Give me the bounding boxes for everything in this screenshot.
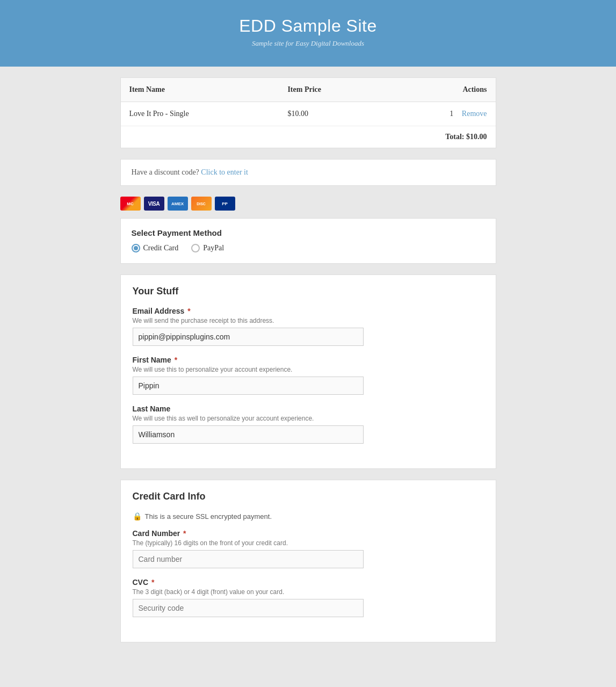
col-actions: Actions	[383, 78, 495, 102]
card-number-input[interactable]	[133, 550, 364, 568]
card-number-field-group: Card Number * The (typically) 16 digits …	[133, 529, 484, 568]
lock-icon: 🔒	[133, 512, 142, 520]
discount-link[interactable]: Click to enter it	[201, 168, 248, 176]
first-name-input[interactable]	[133, 377, 364, 395]
amex-icon: AMEX	[168, 197, 188, 211]
first-name-label: First Name *	[133, 356, 484, 364]
credit-card-label: Credit Card	[143, 244, 179, 252]
cart-item-row: Love It Pro - Single $10.00 1 Remove	[121, 102, 496, 126]
credit-card-section: Credit Card Info 🔒 This is a secure SSL …	[120, 480, 496, 642]
site-header: EDD Sample Site Sample site for Easy Dig…	[0, 0, 616, 67]
ssl-notice: 🔒 This is a secure SSL encrypted payment…	[133, 512, 484, 520]
paypal-icon: PP	[215, 197, 235, 211]
discover-icon: DISC	[191, 197, 212, 211]
cart-item-name: Love It Pro - Single	[121, 102, 279, 126]
credit-card-title: Credit Card Info	[133, 491, 484, 502]
cart-section: Item Name Item Price Actions Love It Pro…	[120, 77, 496, 148]
email-input[interactable]	[133, 328, 364, 346]
cart-table: Item Name Item Price Actions Love It Pro…	[121, 78, 496, 148]
cvc-field-group: CVC * The 3 digit (back) or 4 digit (fro…	[133, 578, 484, 617]
payment-section: MC VISA AMEX DISC PP Select Payment Meth…	[120, 197, 496, 264]
email-required-marker: *	[185, 307, 190, 315]
first-name-hint: We will use this to personalize your acc…	[133, 366, 484, 373]
your-stuff-title: Your Stuff	[133, 286, 484, 297]
payment-method-title: Select Payment Method	[132, 228, 485, 237]
paypal-label: PayPal	[203, 244, 224, 252]
cvc-input[interactable]	[133, 599, 364, 617]
first-name-field-group: First Name * We will use this to persona…	[133, 356, 484, 395]
paypal-radio[interactable]	[191, 244, 200, 252]
last-name-label: Last Name	[133, 404, 484, 413]
payment-method-section: Select Payment Method Credit Card PayPal	[120, 218, 496, 264]
card-number-label: Card Number *	[133, 529, 484, 538]
card-number-hint: The (typically) 16 digits on the front o…	[133, 539, 484, 547]
cvc-required-marker: *	[149, 578, 154, 587]
ssl-text: This is a secure SSL encrypted payment.	[145, 512, 272, 520]
credit-card-radio[interactable]	[132, 244, 140, 252]
cart-item-actions: 1 Remove	[383, 102, 495, 126]
paypal-option[interactable]: PayPal	[191, 244, 224, 252]
site-title: EDD Sample Site	[11, 16, 605, 36]
discount-text: Have a discount code?	[132, 168, 199, 176]
credit-card-option[interactable]: Credit Card	[132, 244, 179, 252]
discount-section: Have a discount code? Click to enter it	[120, 159, 496, 186]
last-name-hint: We will use this as well to personalize …	[133, 415, 484, 422]
main-container: Item Name Item Price Actions Love It Pro…	[115, 67, 502, 675]
site-tagline: Sample site for Easy Digital Downloads	[11, 39, 605, 48]
cart-item-quantity: 1	[450, 110, 453, 118]
cart-total: Total: $10.00	[121, 126, 496, 148]
last-name-input[interactable]	[133, 425, 364, 444]
mastercard-icon: MC	[120, 197, 141, 211]
visa-icon: VISA	[144, 197, 164, 211]
card-number-required-marker: *	[181, 529, 186, 538]
cvc-label: CVC *	[133, 578, 484, 587]
cart-item-price: $10.00	[279, 102, 383, 126]
cvc-hint: The 3 digit (back) or 4 digit (front) va…	[133, 588, 484, 596]
your-stuff-section: Your Stuff Email Address * We will send …	[120, 274, 496, 469]
email-field-group: Email Address * We will send the purchas…	[133, 307, 484, 346]
first-name-required-marker: *	[172, 356, 177, 364]
email-hint: We will send the purchase receipt to thi…	[133, 317, 484, 324]
email-label: Email Address *	[133, 307, 484, 315]
col-item-name: Item Name	[121, 78, 279, 102]
last-name-field-group: Last Name We will use this as well to pe…	[133, 404, 484, 444]
col-item-price: Item Price	[279, 78, 383, 102]
payment-icons: MC VISA AMEX DISC PP	[120, 197, 496, 211]
cart-total-row: Total: $10.00	[121, 126, 496, 148]
remove-button[interactable]: Remove	[462, 110, 487, 118]
payment-options: Credit Card PayPal	[132, 244, 485, 252]
